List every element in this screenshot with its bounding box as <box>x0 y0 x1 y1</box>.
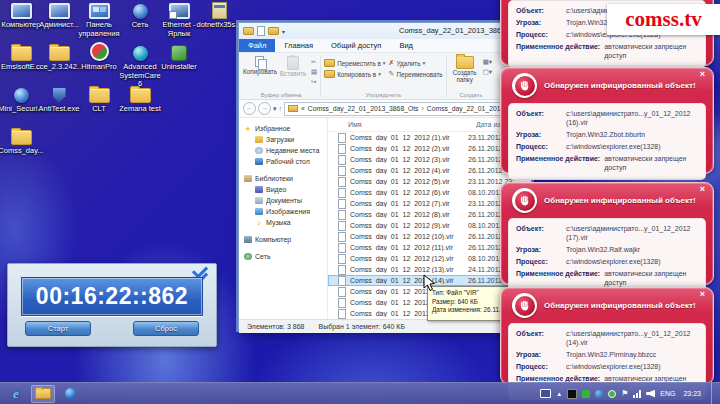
new-item-icon[interactable]: ▦▾ <box>483 58 492 66</box>
paste-shortcut-icon[interactable]: ↪ <box>311 78 317 86</box>
console-tray-icon[interactable] <box>567 389 577 399</box>
display-tray-icon[interactable] <box>540 389 551 398</box>
alert-field-label: Объект: <box>516 329 562 338</box>
file-icon <box>338 265 346 275</box>
alert-process-row: Процесс:c:\windows\explorer.exe(1328) <box>516 257 698 266</box>
taskbar-ie-button[interactable]: e <box>4 385 28 403</box>
taskbar-app-button[interactable] <box>58 385 82 403</box>
easy-access-icon[interactable]: ▢▾ <box>483 68 492 76</box>
new-folder-button[interactable]: Создать папку <box>450 56 480 84</box>
green-app-tray-icon[interactable] <box>582 390 590 398</box>
breadcrumb-overflow[interactable]: « <box>301 105 305 112</box>
delete-button[interactable]: ✗ Удалить ▾ <box>389 59 443 67</box>
alert-close-button[interactable]: × <box>700 185 705 194</box>
cut-icon[interactable]: ✂ <box>311 58 317 66</box>
desktop-icon[interactable]: CLT <box>76 86 122 114</box>
alert-field-value: автоматически запрещен доступ <box>604 154 690 172</box>
tab-item[interactable]: Вид <box>390 39 422 52</box>
nav-item[interactable]: ★Избранное <box>239 123 327 134</box>
alert-process-row: Процесс:c:\windows\explorer.exe(1328) <box>516 142 698 151</box>
copy-to-button[interactable]: Копировать в ▾ <box>324 70 385 78</box>
alert-close-button[interactable]: × <box>700 290 705 299</box>
blue-app-tray-icon[interactable] <box>595 390 603 398</box>
file-icon <box>338 232 346 242</box>
desktop-icon[interactable]: Uninstaller <box>156 44 202 72</box>
copy-icon <box>255 56 266 68</box>
file-icon <box>338 177 346 187</box>
clock-tray-icon[interactable] <box>608 390 616 398</box>
nav-item-label: Библиотеки <box>255 175 293 182</box>
nav-item[interactable]: Документы <box>239 195 327 206</box>
back-button[interactable]: ← <box>243 102 256 115</box>
blue-app-icon <box>65 388 76 399</box>
stopwatch-start-button[interactable]: Старт <box>25 321 91 336</box>
alert-close-button[interactable]: × <box>700 70 705 79</box>
move-to-button[interactable]: Переместить в ▾ <box>324 59 385 67</box>
paste-button[interactable]: Вставить <box>278 56 308 78</box>
nav-item[interactable]: Загрузки <box>239 134 327 145</box>
folder-icon <box>76 86 122 103</box>
qat-folder2-icon[interactable] <box>268 27 279 35</box>
stop-hand-inner <box>515 191 535 211</box>
nav-item-label: Компьютер <box>255 236 291 243</box>
taskbar-explorer-button[interactable] <box>31 385 55 403</box>
desktop-icon[interactable]: Панель управления <box>76 2 122 38</box>
volume-tray-icon[interactable] <box>646 390 655 398</box>
explorer-titlebar[interactable]: ▾ Comss_day_22_01_2013_3868_O <box>239 23 531 39</box>
alert-popup: ×Обнаружен инфицированный объект!Объект:… <box>500 182 714 285</box>
alert-action-row: Примененное действие:автоматически запре… <box>516 269 698 287</box>
nav-item[interactable]: Недавние места <box>239 145 327 156</box>
show-desktop-button[interactable] <box>711 383 716 404</box>
nav-item[interactable]: Изображения <box>239 206 327 217</box>
hitmanpro-icon <box>76 44 122 61</box>
nav-item[interactable]: Библиотеки <box>239 173 327 184</box>
tab-item[interactable]: Общий доступ <box>322 39 390 52</box>
rename-button[interactable]: ✎ Переименовать <box>389 70 443 78</box>
stopwatch-gadget[interactable]: 00:16:22::862 Старт Сброс <box>7 263 217 347</box>
action-center-flag-icon[interactable]: ⚑ <box>621 390 628 398</box>
up-button[interactable]: ↑ <box>279 105 283 112</box>
desktop-icon-label: Панель управления <box>76 21 122 38</box>
stop-hand-icon <box>512 73 537 98</box>
desktop-icon[interactable]: Zemana test <box>117 86 163 114</box>
qat-page-icon[interactable] <box>257 26 265 36</box>
show-hidden-icons-icon[interactable]: ▲ <box>556 391 562 397</box>
copy-button[interactable]: Копировать <box>245 56 275 76</box>
stopwatch-reset-button[interactable]: Сброс <box>133 321 199 336</box>
desktop-icon[interactable]: dotnetfx35s... <box>196 2 242 30</box>
breadcrumb[interactable]: « Comss_day_22_01_2013_3868_Ots › Comss_… <box>284 102 527 116</box>
file-name: Comss_day_01_12_2012 (8).vir <box>350 211 468 218</box>
tab-file[interactable]: Файл <box>239 39 275 52</box>
breadcrumb-item-parent[interactable]: Comss_day_22_01_2013_3868_Ots <box>308 105 419 112</box>
nav-item[interactable]: Видео <box>239 184 327 195</box>
desktop-icon[interactable]: Comss_day... <box>0 128 44 156</box>
language-indicator[interactable]: ENG <box>660 390 675 397</box>
column-header-name[interactable]: Имя <box>328 121 476 128</box>
forward-button[interactable]: → <box>258 102 271 115</box>
file-name: Comss_day_01_12_2012 (10).vir <box>350 233 468 240</box>
stop-hand-inner <box>515 296 535 316</box>
alert-action-row: Примененное действие:автоматически запре… <box>516 42 698 60</box>
nav-item-label: Рабочий стол <box>266 158 310 165</box>
qat-caret-icon[interactable]: ▾ <box>282 28 285 35</box>
nav-item[interactable]: ♪Музыка <box>239 217 327 228</box>
nav-item[interactable]: Рабочий стол <box>239 156 327 167</box>
copy-path-icon[interactable]: ▤ <box>311 68 317 76</box>
history-caret-icon[interactable]: ▾ <box>273 105 277 113</box>
alert-field-label: Процесс: <box>516 142 562 151</box>
desktop-icon[interactable]: HitmanPro <box>76 44 122 72</box>
nav-item[interactable]: Сеть <box>239 251 327 262</box>
breadcrumb-separator: › <box>422 105 424 112</box>
qat-folder-icon[interactable] <box>243 27 254 35</box>
network-tray-icon[interactable] <box>633 390 641 398</box>
nav-item[interactable]: Компьютер <box>239 234 327 245</box>
taskbar-clock[interactable]: 23:23 <box>683 390 701 397</box>
tab-item[interactable]: Главная <box>275 39 322 52</box>
quick-access-toolbar[interactable]: ▾ <box>243 26 285 36</box>
control-panel-icon <box>76 2 122 19</box>
alert-body: Объект:c:\users\администрато...y_01_12_2… <box>508 218 706 295</box>
status-item-count: Элементов: 3 868 <box>247 323 305 330</box>
alert-title: Обнаружен инфицированный объект! <box>544 196 696 205</box>
explorer-window[interactable]: ▾ Comss_day_22_01_2013_3868_O ФайлГлавна… <box>238 22 532 330</box>
alert-field-value: c:\windows\explorer.exe(1328) <box>566 142 661 151</box>
